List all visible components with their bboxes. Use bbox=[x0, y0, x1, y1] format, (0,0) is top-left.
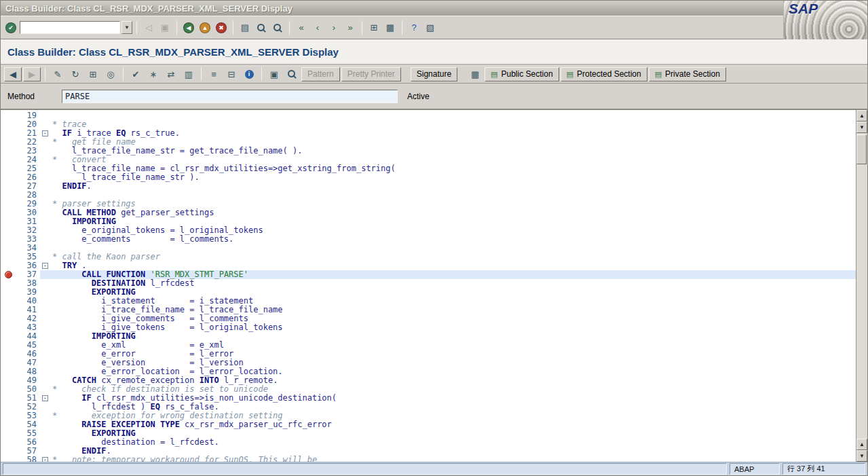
collapse-toggle-icon[interactable]: - bbox=[42, 130, 48, 136]
code-line-35[interactable]: 35* call the Kaon parser bbox=[1, 253, 856, 261]
code-line-56[interactable]: 56 destination = l_rfcdest. bbox=[1, 438, 856, 447]
breakpoint-margin[interactable] bbox=[1, 279, 17, 288]
breakpoint-margin[interactable] bbox=[1, 429, 17, 438]
code-line-58[interactable]: 58-* note: temporary workaround for SunO… bbox=[1, 456, 856, 462]
breakpoint-margin[interactable] bbox=[1, 314, 17, 323]
enter-icon[interactable]: ✔ bbox=[3, 20, 18, 35]
breakpoint-margin[interactable] bbox=[1, 403, 17, 411]
window-titlebar[interactable]: Class Builder: Class CL_RSR_MDX_PARSER_X… bbox=[1, 1, 867, 16]
display-change-icon[interactable]: ✎ bbox=[50, 67, 66, 81]
create-shortcut-icon[interactable]: ▦ bbox=[383, 20, 398, 35]
scrollbar-thumb[interactable] bbox=[856, 134, 867, 164]
breakpoint-margin[interactable] bbox=[1, 359, 17, 367]
breakpoint-margin[interactable] bbox=[1, 155, 17, 164]
breakpoint-margin[interactable] bbox=[1, 111, 17, 120]
code-line-30[interactable]: 30 CALL METHOD get_parser_settings bbox=[1, 208, 856, 217]
breakpoint-margin[interactable] bbox=[1, 385, 17, 394]
command-history-icon[interactable]: ▼ bbox=[121, 21, 132, 34]
breakpoint-margin[interactable] bbox=[1, 191, 17, 200]
breakpoint-margin[interactable] bbox=[1, 147, 17, 155]
status-language-field[interactable]: ABAP bbox=[730, 463, 780, 475]
previous-object-button[interactable]: ◀ bbox=[4, 67, 22, 81]
breakpoint-margin[interactable] bbox=[1, 447, 17, 456]
method-name-field[interactable] bbox=[62, 90, 398, 103]
code-line-26[interactable]: 26 l_trace_file_name_str ). bbox=[1, 173, 856, 182]
code-line-33[interactable]: 33 e_comments = l_comments. bbox=[1, 235, 856, 244]
print-icon[interactable]: ▤ bbox=[238, 20, 252, 35]
info-icon[interactable]: i bbox=[241, 67, 257, 81]
breakpoint-margin[interactable] bbox=[1, 235, 17, 244]
code-line-19[interactable]: 19 bbox=[1, 111, 856, 120]
find-icon[interactable] bbox=[254, 20, 269, 35]
status-position-field[interactable]: 行 37 列 41 bbox=[782, 463, 865, 475]
scroll-down-icon-top[interactable]: ▼ bbox=[856, 122, 867, 133]
breakpoint-margin[interactable] bbox=[1, 200, 17, 208]
breakpoint-margin[interactable] bbox=[1, 376, 17, 385]
copy-icon[interactable]: ▣ bbox=[266, 67, 282, 81]
breakpoint-margin[interactable] bbox=[1, 420, 17, 429]
fold-margin[interactable]: - bbox=[40, 394, 52, 403]
vertical-scrollbar[interactable]: ▲ ▼ ▲ ▼ bbox=[856, 110, 867, 462]
code-line-23[interactable]: 23 l_trace_file_name_str = get_trace_fil… bbox=[1, 147, 856, 155]
breakpoint-margin[interactable] bbox=[1, 323, 17, 332]
breakpoint-margin[interactable] bbox=[1, 438, 17, 447]
collapse-toggle-icon[interactable]: - bbox=[42, 457, 48, 462]
activate-icon[interactable]: ∗ bbox=[145, 67, 162, 81]
breakpoint-margin[interactable] bbox=[1, 456, 17, 462]
breakpoint-margin[interactable] bbox=[1, 253, 17, 261]
breakpoint-margin[interactable] bbox=[1, 129, 17, 138]
customize-layout-icon[interactable]: ▧ bbox=[423, 20, 438, 35]
other-object-icon[interactable]: ⊞ bbox=[85, 67, 101, 81]
public-section-button[interactable]: ▤Public Section bbox=[485, 67, 559, 81]
search-icon[interactable] bbox=[284, 67, 300, 81]
code-based-builder-icon[interactable]: ▦ bbox=[467, 67, 483, 81]
breakpoint-margin[interactable] bbox=[1, 270, 17, 279]
breakpoint-margin[interactable] bbox=[1, 261, 17, 270]
breakpoint-margin[interactable] bbox=[1, 411, 17, 420]
fold-margin[interactable]: - bbox=[40, 129, 52, 138]
breakpoint-margin[interactable] bbox=[1, 138, 17, 147]
signature-button[interactable]: Signature bbox=[411, 67, 457, 81]
breakpoint-margin[interactable] bbox=[1, 244, 17, 253]
help-icon[interactable]: ? bbox=[407, 20, 421, 35]
navigation-window-icon[interactable]: ⊟ bbox=[223, 67, 240, 81]
test-icon[interactable]: ◎ bbox=[102, 67, 119, 81]
find-next-icon[interactable] bbox=[270, 20, 285, 35]
breakpoint-margin[interactable] bbox=[1, 394, 17, 403]
scroll-up-icon[interactable]: ▲ bbox=[856, 110, 867, 122]
scroll-up-icon-bottom[interactable]: ▲ bbox=[856, 439, 867, 450]
object-directory-icon[interactable]: ▥ bbox=[181, 67, 197, 81]
breakpoint-margin[interactable] bbox=[1, 217, 17, 226]
breakpoint-margin[interactable] bbox=[1, 306, 17, 314]
last-page-icon[interactable]: » bbox=[343, 20, 358, 35]
collapse-toggle-icon[interactable]: - bbox=[42, 395, 48, 401]
breakpoint-margin[interactable] bbox=[1, 182, 17, 191]
new-session-icon[interactable]: ⊞ bbox=[366, 20, 381, 35]
command-field[interactable] bbox=[20, 21, 120, 34]
next-page-icon[interactable]: › bbox=[326, 20, 341, 35]
object-list-icon[interactable]: ≡ bbox=[206, 67, 222, 81]
breakpoint-margin[interactable] bbox=[1, 288, 17, 297]
fold-margin[interactable]: - bbox=[40, 456, 52, 462]
code-line-27[interactable]: 27 ENDIF. bbox=[1, 182, 856, 191]
syntax-check-icon[interactable]: ✔ bbox=[128, 67, 144, 81]
code-pane[interactable]: 1920* trace21- IF i_trace EQ rs_c_true.2… bbox=[1, 110, 856, 462]
breakpoint-margin[interactable] bbox=[1, 341, 17, 350]
collapse-toggle-icon[interactable]: - bbox=[42, 263, 48, 269]
fold-margin[interactable]: - bbox=[40, 261, 52, 270]
breakpoint-margin[interactable] bbox=[1, 332, 17, 341]
private-section-button[interactable]: ▤Private Section bbox=[649, 67, 726, 81]
breakpoint-margin[interactable] bbox=[1, 173, 17, 182]
breakpoint-margin[interactable] bbox=[1, 297, 17, 306]
breakpoint-margin[interactable] bbox=[1, 350, 17, 359]
refresh-icon[interactable]: ↻ bbox=[67, 67, 83, 81]
exit-icon[interactable]: ▲ bbox=[197, 20, 212, 35]
scroll-down-icon[interactable]: ▼ bbox=[856, 450, 867, 462]
breakpoint-margin[interactable] bbox=[1, 208, 17, 217]
breakpoint-margin[interactable] bbox=[1, 367, 17, 376]
cancel-icon[interactable]: ✖ bbox=[214, 20, 229, 35]
first-page-icon[interactable]: « bbox=[294, 20, 309, 35]
breakpoint-margin[interactable] bbox=[1, 226, 17, 235]
back-icon[interactable]: ◀ bbox=[181, 20, 196, 35]
protected-section-button[interactable]: ▤Protected Section bbox=[561, 67, 647, 81]
